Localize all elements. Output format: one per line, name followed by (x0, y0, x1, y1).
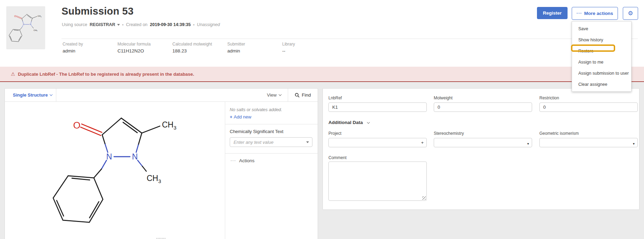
cst-input[interactable] (230, 137, 312, 147)
field-restriction: Restriction (539, 96, 638, 112)
error-banner: ⚠ Duplicate LnbRef - The LnbRef to be re… (0, 67, 644, 82)
comment-textarea[interactable] (328, 162, 427, 201)
project-input[interactable] (328, 138, 427, 147)
more-actions-button[interactable]: ··· More actions (572, 7, 618, 20)
field-stereochemistry: Stereochemistry ▾ (434, 131, 532, 147)
more-actions-menu: Save Show history Restore Assign to me A… (572, 21, 631, 92)
field-lnbref: LnbRef (328, 96, 427, 112)
chevron-down-icon (279, 93, 282, 96)
menu-item-show-history[interactable]: Show history (572, 34, 631, 46)
submission-subtitle: Using source REGISTRAR • Created on 2019… (62, 22, 220, 27)
created-on-value: 2019-09-30 14:39:35 (150, 22, 190, 27)
search-icon (295, 93, 300, 98)
salts-empty-text: No salts or solvates added. (230, 107, 282, 112)
meta-submitter: Submitter admin (227, 42, 279, 53)
molecule-drawing (5, 102, 225, 239)
register-button[interactable]: Register (537, 7, 568, 19)
find-button[interactable]: Find (288, 89, 318, 101)
restriction-input[interactable] (539, 102, 638, 112)
structure-panel: Single Structure View Find No salts or s… (5, 88, 318, 239)
lnbref-input[interactable] (328, 102, 427, 112)
add-new-button[interactable]: +Add new (230, 114, 251, 120)
header-divider (62, 39, 638, 39)
menu-item-clear-assignee[interactable]: Clear assignee (572, 79, 631, 90)
menu-item-assign-submission-to-user[interactable]: Assign submission to user (572, 68, 631, 79)
menu-item-save[interactable]: Save (572, 23, 631, 34)
caret-down-icon (117, 24, 120, 26)
structure-mode-dropdown[interactable]: Single Structure (5, 89, 56, 101)
submission-form-panel: LnbRef Molweight Restriction Additional … (323, 88, 639, 210)
field-project: Project + (328, 131, 427, 147)
caret-down-icon[interactable] (306, 141, 309, 143)
field-molweight: Molweight (434, 96, 532, 112)
chevron-down-icon (50, 93, 52, 96)
assignee-status: Unassigned (197, 22, 220, 27)
source-dropdown[interactable]: REGISTRAR (90, 22, 120, 27)
menu-item-assign-to-me[interactable]: Assign to me (572, 57, 631, 68)
additional-data-toggle[interactable]: Additional Data (328, 120, 369, 125)
more-actions-label: More actions (584, 11, 613, 16)
actions-menu-button[interactable]: ··· Actions (230, 158, 254, 163)
created-on-label: Created on (126, 22, 147, 27)
resize-handle-icon[interactable] (422, 196, 426, 200)
warning-icon: ⚠ (11, 71, 15, 77)
divider (225, 124, 318, 124)
cst-label: Chemically Significant Text (230, 129, 283, 134)
separator-dot: • (122, 23, 124, 27)
molweight-input[interactable] (434, 102, 532, 112)
chevron-down-icon (367, 121, 370, 124)
caret-down-icon[interactable]: ▾ (633, 142, 635, 146)
error-message: Duplicate LnbRef - The LnbRef to be regi… (18, 72, 194, 77)
ellipsis-icon: ··· (230, 158, 236, 163)
using-source-label: Using source (62, 22, 87, 27)
stereochemistry-select[interactable] (434, 138, 532, 147)
source-value: REGISTRAR (90, 22, 115, 27)
comment-label: Comment (328, 155, 347, 160)
drag-handle[interactable] (156, 238, 165, 239)
page-title: Submission 53 (62, 6, 133, 17)
salts-panel: No salts or solvates added. +Add new Che… (225, 102, 318, 239)
structure-thumbnail (6, 6, 45, 49)
molecule-thumbnail-drawing (8, 12, 43, 44)
ellipsis-icon: ··· (577, 10, 582, 16)
plus-icon: + (230, 114, 233, 120)
field-geometric-isomerism: Geometric isomerism ▾ (539, 131, 638, 147)
meta-molecular-formula: Molecular formula C11H12N2O (117, 42, 170, 53)
gear-icon: ⚙ (628, 10, 633, 17)
settings-button[interactable]: ⚙ (623, 7, 638, 20)
meta-calculated-molweight: Calculated molweight 188.23 (172, 42, 225, 53)
separator-dot: • (193, 23, 195, 27)
view-dropdown[interactable]: View (260, 89, 288, 101)
menu-item-restore[interactable]: Restore (572, 46, 631, 57)
caret-down-icon[interactable]: ▾ (527, 142, 529, 146)
toolbar-spacer (56, 89, 260, 101)
plus-icon[interactable]: + (421, 140, 424, 145)
meta-created-by: Created by admin (63, 42, 115, 53)
divider (225, 153, 318, 154)
structure-panel-toolbar: Single Structure View Find (5, 89, 318, 102)
meta-library: Library -- (282, 42, 334, 53)
geometric-isomerism-select[interactable] (539, 138, 638, 147)
